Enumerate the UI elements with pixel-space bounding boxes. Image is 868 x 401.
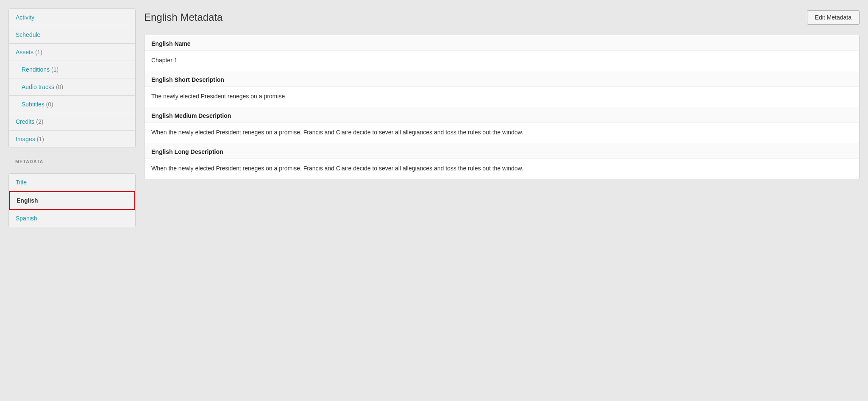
field-label-english-long-desc: English Long Description xyxy=(145,143,859,159)
field-english-long-desc: English Long Description When the newly … xyxy=(145,143,859,179)
field-value-english-short-desc: The newly elected President reneges on a… xyxy=(145,87,859,107)
subtitles-badge: (0) xyxy=(46,101,53,108)
metadata-panel: Title English Spanish xyxy=(8,173,136,227)
field-english-name: English Name Chapter 1 xyxy=(145,35,859,71)
sidebar-item-metadata-english[interactable]: English xyxy=(9,191,135,210)
sidebar-item-metadata-spanish[interactable]: Spanish xyxy=(9,210,135,227)
renditions-badge: (1) xyxy=(51,66,58,73)
field-english-short-desc: English Short Description The newly elec… xyxy=(145,71,859,107)
field-value-english-medium-desc: When the newly elected President reneges… xyxy=(145,123,859,143)
sidebar-item-subtitles[interactable]: Subtitles (0) xyxy=(9,96,135,113)
field-value-english-name: Chapter 1 xyxy=(145,51,859,71)
app-layout: Activity Schedule Assets (1) Renditions … xyxy=(0,0,868,401)
field-label-english-medium-desc: English Medium Description xyxy=(145,107,859,123)
sidebar: Activity Schedule Assets (1) Renditions … xyxy=(8,8,136,393)
main-content: English Metadata Edit Metadata English N… xyxy=(144,8,860,393)
images-badge: (1) xyxy=(37,136,44,142)
credits-badge: (2) xyxy=(36,118,43,125)
audio-tracks-badge: (0) xyxy=(56,84,63,90)
sidebar-item-credits[interactable]: Credits (2) xyxy=(9,113,135,131)
sidebar-item-audio-tracks[interactable]: Audio tracks (0) xyxy=(9,78,135,96)
sidebar-item-renditions[interactable]: Renditions (1) xyxy=(9,61,135,78)
sidebar-item-assets[interactable]: Assets (1) xyxy=(9,44,135,61)
field-english-medium-desc: English Medium Description When the newl… xyxy=(145,107,859,143)
assets-badge: (1) xyxy=(35,49,42,56)
field-label-english-name: English Name xyxy=(145,35,859,51)
metadata-section-label: METADATA xyxy=(8,155,136,167)
sidebar-item-images[interactable]: Images (1) xyxy=(9,131,135,148)
edit-metadata-button[interactable]: Edit Metadata xyxy=(807,10,860,25)
page-header: English Metadata Edit Metadata xyxy=(144,8,860,28)
metadata-card: English Name Chapter 1 English Short Des… xyxy=(144,35,860,179)
sidebar-item-schedule[interactable]: Schedule xyxy=(9,26,135,44)
sidebar-item-metadata-title[interactable]: Title xyxy=(9,174,135,191)
sidebar-item-activity[interactable]: Activity xyxy=(9,9,135,26)
nav-panel: Activity Schedule Assets (1) Renditions … xyxy=(8,8,136,148)
field-label-english-short-desc: English Short Description xyxy=(145,71,859,87)
page-title: English Metadata xyxy=(144,11,223,23)
field-value-english-long-desc: When the newly elected President reneges… xyxy=(145,159,859,179)
